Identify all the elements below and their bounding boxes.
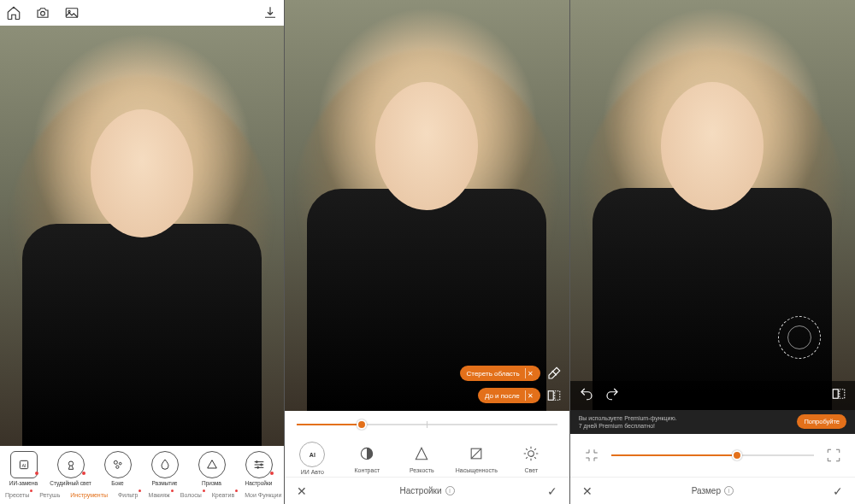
adjust-shadows[interactable]: Тени xyxy=(558,442,569,475)
adjust-ai-auto[interactable]: AIИИ Авто xyxy=(285,442,339,475)
download-icon[interactable] xyxy=(262,4,279,21)
compare-icon[interactable] xyxy=(545,387,563,404)
svg-text:AI: AI xyxy=(21,463,26,468)
camera-icon[interactable] xyxy=(34,4,51,21)
contrast-icon xyxy=(355,442,379,466)
tab-myfx[interactable]: Мои Функции xyxy=(239,489,284,501)
slider-knob[interactable] xyxy=(732,450,742,460)
redo-icon[interactable] xyxy=(604,386,620,405)
svg-point-6 xyxy=(114,460,117,464)
svg-rect-13 xyxy=(548,391,553,401)
info-icon[interactable]: i xyxy=(445,486,455,495)
tab-creative[interactable]: Креатив xyxy=(207,489,239,501)
try-premium-button[interactable]: Попробуйте xyxy=(797,414,846,429)
undo-bar xyxy=(570,381,855,410)
tool-blur[interactable]: Размытие xyxy=(141,451,188,486)
expand-icon[interactable] xyxy=(824,446,843,465)
value-slider[interactable] xyxy=(297,424,557,425)
tool-studio-light[interactable]: Студийный свет xyxy=(47,451,94,486)
panel-size: Вы используете Premium-функцию. 7 дней P… xyxy=(570,0,855,504)
tab-makeup[interactable]: Макияж xyxy=(143,489,174,501)
category-tabs: ПресетыРетушьИнструментыФильтрМакияжВоло… xyxy=(0,488,284,504)
brush-preview-circle xyxy=(778,316,821,359)
banner-line2: 7 дней Premium бесплатно! xyxy=(579,422,789,430)
adjust-light[interactable]: Свет xyxy=(504,442,558,475)
eraser-icon[interactable] xyxy=(545,365,563,382)
tool-row: AIИИ-заменаСтудийный светБокеРазмытиеПри… xyxy=(0,446,284,488)
slider-knob[interactable] xyxy=(357,419,367,430)
cancel-button[interactable]: ✕ xyxy=(297,484,307,498)
svg-point-0 xyxy=(41,11,45,15)
photo-canvas[interactable] xyxy=(0,26,284,446)
photo-canvas[interactable]: Стереть область ✕ До и после ✕ xyxy=(285,0,569,411)
chip-label: До и после xyxy=(485,392,520,400)
tool-adjust[interactable]: Настройки xyxy=(235,451,282,486)
svg-point-5 xyxy=(68,461,73,466)
tab-presets[interactable]: Пресеты xyxy=(0,489,34,501)
svg-rect-21 xyxy=(840,390,845,399)
panel-title: Размер xyxy=(692,486,721,495)
svg-point-7 xyxy=(119,462,121,465)
slider-bar xyxy=(285,411,569,438)
bottom-bar: ✕ Настройкиi ✓ xyxy=(285,477,569,504)
photo-canvas[interactable] xyxy=(570,0,855,410)
prism-icon xyxy=(198,451,226,478)
tool-ai-replace[interactable]: AIИИ-замена xyxy=(0,451,47,486)
tab-filter[interactable]: Фильтр xyxy=(113,489,144,501)
adjust-sharp[interactable]: Резкость xyxy=(394,442,449,475)
tab-retouch[interactable]: Ретушь xyxy=(34,489,65,501)
apply-button[interactable]: ✓ xyxy=(547,484,557,498)
cancel-button[interactable]: ✕ xyxy=(582,484,593,498)
adjust-saturation[interactable]: Насыщенность xyxy=(449,442,504,475)
shrink-icon[interactable] xyxy=(582,446,601,465)
before-after-chip[interactable]: До и после ✕ xyxy=(478,388,540,403)
compare-icon[interactable] xyxy=(831,386,846,405)
adjust-contrast[interactable]: Контраст xyxy=(339,442,394,475)
adjust-icon xyxy=(245,451,273,478)
light-icon xyxy=(519,442,543,466)
close-icon[interactable]: ✕ xyxy=(525,368,535,378)
panel-adjust: Стереть область ✕ До и после ✕ AIИИ Авто… xyxy=(285,0,569,504)
sharp-icon xyxy=(410,442,433,466)
apply-button[interactable]: ✓ xyxy=(833,484,843,498)
banner-line1: Вы используете Premium-функцию. xyxy=(579,414,789,422)
chip-label: Стереть область xyxy=(467,370,520,378)
slider-bar xyxy=(570,434,855,477)
tab-hair[interactable]: Волосы xyxy=(175,489,207,501)
adjustment-row: AIИИ АвтоКонтрастРезкостьНасыщенностьСве… xyxy=(285,438,569,477)
bottom-bar: ✕ Размерi ✓ xyxy=(570,477,855,504)
ai-auto-icon: AI xyxy=(299,442,325,467)
svg-point-17 xyxy=(528,451,534,457)
ai-replace-icon: AI xyxy=(10,451,38,478)
top-bar xyxy=(0,0,284,26)
tool-vignette[interactable]: Виньетка xyxy=(282,451,284,486)
blur-icon xyxy=(151,451,179,478)
home-icon[interactable] xyxy=(5,4,22,21)
size-slider[interactable] xyxy=(611,454,814,456)
erase-area-chip[interactable]: Стереть область ✕ xyxy=(460,366,540,381)
panel-main: AIИИ-заменаСтудийный светБокеРазмытиеПри… xyxy=(0,0,285,504)
panel-title: Настройки xyxy=(399,486,441,495)
studio-light-icon xyxy=(57,451,85,478)
close-icon[interactable]: ✕ xyxy=(525,390,535,401)
gallery-icon[interactable] xyxy=(63,4,80,21)
premium-banner: Вы используете Premium-функцию. 7 дней P… xyxy=(570,410,855,434)
svg-point-8 xyxy=(115,466,118,468)
tab-tools[interactable]: Инструменты xyxy=(65,489,113,501)
saturation-icon xyxy=(464,442,488,466)
info-icon[interactable]: i xyxy=(724,486,734,495)
tool-prism[interactable]: Призма xyxy=(188,451,235,486)
bokeh-icon xyxy=(104,451,132,478)
svg-rect-14 xyxy=(554,391,559,401)
tool-bokeh[interactable]: Боке xyxy=(94,451,141,486)
svg-rect-20 xyxy=(833,390,838,399)
undo-icon[interactable] xyxy=(579,386,594,405)
